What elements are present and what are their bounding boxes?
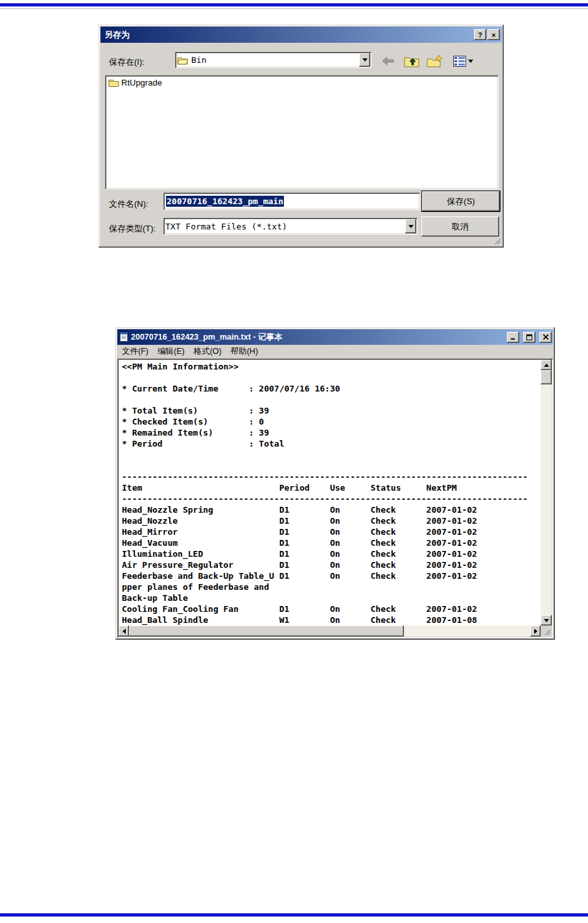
file-name-input[interactable]: 20070716_162423_pm_main — [163, 193, 420, 210]
cancel-button[interactable]: 取消 — [421, 216, 499, 237]
arrow-right-icon — [534, 629, 537, 634]
back-arrow-icon — [382, 56, 395, 65]
horizontal-scrollbar[interactable] — [119, 625, 541, 637]
new-folder-button[interactable] — [425, 53, 445, 69]
page-bottom-rule — [0, 913, 588, 917]
window-resize-grip[interactable] — [541, 625, 552, 637]
view-menu-icon — [453, 56, 466, 67]
up-one-level-button[interactable] — [402, 53, 421, 69]
vertical-scroll-thumb[interactable] — [541, 370, 552, 384]
list-item-label: RtUpgrade — [121, 78, 162, 88]
save-button-label: 保存(S) — [447, 196, 475, 207]
arrow-left-icon — [123, 629, 126, 634]
save-as-title: 另存为 — [104, 29, 473, 41]
horizontal-scroll-thumb[interactable] — [129, 625, 404, 637]
save-in-label: 保存在(I): — [109, 56, 145, 68]
notepad-titlebar[interactable]: 20070716_162423_pm_main.txt - 记事本 — [117, 329, 553, 345]
notepad-app-icon — [119, 333, 128, 342]
vertical-scrollbar[interactable] — [541, 360, 552, 625]
open-folder-icon — [177, 56, 189, 65]
page-top-rule — [0, 3, 588, 6]
list-item-folder[interactable]: RtUpgrade — [108, 78, 162, 88]
maximize-button[interactable] — [523, 332, 535, 343]
maximize-icon — [526, 334, 532, 340]
file-type-combobox[interactable]: TXT Format Files (*.txt) — [163, 218, 417, 235]
menu-edit[interactable]: 编辑(E) — [153, 345, 189, 358]
notepad-text-area[interactable]: <<PM Main Information>> * Current Date/T… — [119, 360, 541, 625]
back-button[interactable] — [379, 53, 398, 69]
arrow-up-icon — [544, 364, 549, 367]
chevron-down-icon — [362, 58, 368, 62]
notepad-client-area: <<PM Main Information>> * Current Date/T… — [117, 358, 553, 638]
save-in-combobox-content: Bin — [177, 54, 358, 65]
notepad-window: 20070716_162423_pm_main.txt - 记事本 文件(F) … — [115, 327, 555, 640]
help-button[interactable]: ? — [474, 29, 486, 40]
notepad-document-text: <<PM Main Information>> * Current Date/T… — [119, 360, 541, 625]
notepad-title: 20070716_162423_pm_main.txt - 记事本 — [131, 332, 503, 343]
close-icon — [543, 334, 548, 340]
file-type-value: TXT Format Files (*.txt) — [165, 222, 287, 231]
file-name-label: 文件名(N): — [109, 198, 148, 210]
close-button[interactable] — [539, 332, 552, 343]
scroll-up-button[interactable] — [541, 360, 552, 370]
view-menu-button[interactable] — [450, 53, 476, 69]
scroll-right-button[interactable] — [530, 625, 541, 637]
page-top-rule-thin — [0, 8, 588, 9]
new-folder-icon — [427, 54, 443, 67]
scroll-down-button[interactable] — [541, 615, 552, 625]
scroll-left-button[interactable] — [119, 625, 129, 637]
arrow-down-icon — [544, 619, 549, 622]
up-folder-icon — [404, 54, 419, 67]
menu-format[interactable]: 格式(O) — [189, 345, 226, 358]
save-as-titlebar[interactable]: 另存为 ? × — [100, 27, 502, 43]
save-in-combobox[interactable]: Bin — [175, 52, 371, 68]
file-list[interactable]: RtUpgrade — [105, 75, 499, 189]
dialog-resize-grip[interactable] — [492, 236, 501, 245]
minimize-icon — [511, 334, 516, 340]
save-in-dropdown-button[interactable] — [359, 53, 370, 67]
file-type-combobox-content: TXT Format Files (*.txt) — [165, 220, 404, 232]
chevron-down-icon — [468, 60, 473, 63]
close-button[interactable]: × — [488, 29, 500, 40]
minimize-button[interactable] — [507, 332, 519, 343]
document-page: 另存为 ? × 保存在(I): Bin — [0, 0, 588, 923]
save-in-value: Bin — [191, 55, 206, 65]
save-button[interactable]: 保存(S) — [421, 191, 500, 212]
file-type-dropdown-button[interactable] — [405, 219, 416, 233]
menu-help[interactable]: 帮助(H) — [226, 345, 263, 358]
chevron-down-icon — [408, 225, 414, 228]
cancel-button-label: 取消 — [452, 221, 469, 233]
file-name-value: 20070716_162423_pm_main — [166, 196, 284, 207]
save-as-dialog: 另存为 ? × 保存在(I): Bin — [99, 25, 504, 248]
folder-icon — [108, 78, 119, 87]
menu-file[interactable]: 文件(F) — [117, 345, 153, 358]
file-type-label: 保存类型(T): — [109, 223, 156, 235]
notepad-menubar: 文件(F) 编辑(E) 格式(O) 帮助(H) — [117, 345, 553, 358]
